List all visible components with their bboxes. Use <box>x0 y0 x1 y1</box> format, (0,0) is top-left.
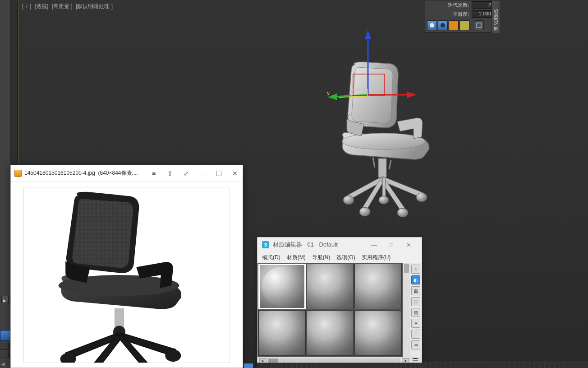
nurms-icon-2[interactable] <box>438 20 448 30</box>
swatch-orange[interactable] <box>449 20 459 30</box>
svg-rect-14 <box>353 74 385 96</box>
image-viewer-titlebar[interactable]: 1450418015016105200-4.jpg (640×844像素,...… <box>11 165 243 182</box>
left-arrow-icon[interactable]: ◀ <box>1 361 5 367</box>
material-slot-2[interactable] <box>307 264 354 309</box>
svg-rect-15 <box>351 89 368 97</box>
material-editor-menu: 模式(D) 材质(M) 导航(N) 选项(O) 实用程序(U) <box>257 252 422 263</box>
svg-marker-12 <box>328 93 337 100</box>
home-icon[interactable]: ⇧ <box>166 169 174 177</box>
side-icon-0[interactable]: ○ <box>411 265 420 274</box>
menu-utilities[interactable]: 实用程序(U) <box>362 254 391 261</box>
menu-options[interactable]: 选项(O) <box>336 254 355 261</box>
viewport-labels: [ + ] [透视] [高质量 ] [默认明暗处理 ] <box>22 3 115 10</box>
svg-point-18 <box>441 23 445 28</box>
nurms-icon-1[interactable] <box>427 20 437 30</box>
material-slot-4[interactable] <box>258 310 306 356</box>
material-editor-window: 3 材质编辑器 - 01 - Default — □ ✕ 模式(D) 材质(M)… <box>257 237 422 368</box>
timeline[interactable] <box>257 363 588 368</box>
app-icon <box>14 170 22 177</box>
side-icon-2[interactable]: ▦ <box>411 286 420 295</box>
smoothness-input[interactable]: 1.000 <box>472 10 493 18</box>
menu-material[interactable]: 材质(M) <box>287 254 306 261</box>
transform-gizmo[interactable]: y <box>325 27 424 108</box>
svg-point-4 <box>359 207 370 216</box>
side-icon-1[interactable]: ◐ <box>411 275 420 284</box>
material-editor-titlebar[interactable]: 3 材质编辑器 - 01 - Default — □ ✕ <box>257 238 422 252</box>
svg-line-16 <box>339 97 351 98</box>
material-editor-title: 材质编辑器 - 01 - Default <box>273 241 366 249</box>
svg-point-26 <box>165 349 181 362</box>
expand-icon[interactable]: ⊞ <box>493 26 498 32</box>
svg-rect-19 <box>477 23 481 28</box>
svg-point-2 <box>343 196 354 205</box>
side-icon-6[interactable]: ⋮ <box>411 330 420 339</box>
play-button[interactable] <box>1 296 9 303</box>
svg-rect-1 <box>378 158 386 177</box>
svg-point-3 <box>416 193 427 202</box>
viewport-shading[interactable]: [默认明暗处理 ] <box>76 3 113 9</box>
nurms-side: NURMS ⊞ <box>492 0 500 33</box>
material-slot-1[interactable] <box>258 264 306 309</box>
svg-marker-8 <box>365 30 371 39</box>
svg-line-11 <box>333 95 368 97</box>
menu-navigate[interactable]: 导航(N) <box>312 254 331 261</box>
side-icon-3[interactable]: □ <box>411 297 420 306</box>
app-badge: 3 <box>262 241 269 248</box>
svg-point-0 <box>342 133 425 149</box>
material-side-toolbar: ○ ◐ ▦ □ ▤ ✦ ⋮ ≔ <box>410 263 422 357</box>
menu-icon[interactable]: ≡ <box>150 169 158 177</box>
svg-text:y: y <box>327 90 330 96</box>
viewport-view-mode[interactable]: [透视] <box>35 3 49 9</box>
menu-mode[interactable]: 模式(D) <box>262 254 280 261</box>
material-slot-6[interactable] <box>354 310 402 356</box>
material-slots <box>257 263 403 357</box>
svg-point-5 <box>397 208 408 217</box>
side-icon-7[interactable]: ≔ <box>411 340 420 349</box>
iterations-label: 迭代次数: <box>427 2 472 9</box>
smoothness-label: 平滑度: <box>427 11 472 18</box>
minimize-button[interactable]: — <box>198 169 207 177</box>
image-viewer-window: 1450418015016105200-4.jpg (640×844像素,...… <box>10 165 243 368</box>
svg-point-6 <box>379 196 389 204</box>
iterations-input[interactable]: 2 <box>472 1 493 9</box>
expand-icon[interactable]: ⤢ <box>182 169 190 177</box>
svg-point-17 <box>430 23 434 28</box>
viewport-quality[interactable]: [高质量 ] <box>52 3 73 9</box>
maximize-button[interactable] <box>215 169 223 177</box>
chair-model <box>330 61 438 219</box>
image-canvas <box>23 187 230 363</box>
material-slot-3[interactable] <box>354 264 402 309</box>
minimize-button[interactable]: — <box>366 238 383 251</box>
nurms-icon-settings[interactable] <box>474 20 484 30</box>
nurms-side-label: NURMS <box>494 6 499 29</box>
nurms-panel: 迭代次数: 2 ▲▼ 平滑度: 1.000 ▲▼ NURMS ⊞ <box>425 0 500 33</box>
material-slot-5[interactable] <box>307 310 354 356</box>
vertical-scrollbar[interactable] <box>403 263 410 357</box>
image-title: 1450418015016105200-4.jpg (640×844像素,... <box>24 169 150 177</box>
close-button[interactable]: ✕ <box>400 238 417 251</box>
side-icon-4[interactable]: ▤ <box>411 308 420 317</box>
viewport-toggle[interactable]: [ + ] <box>22 3 31 9</box>
close-button[interactable]: ✕ <box>231 169 239 177</box>
side-icon-5[interactable]: ✦ <box>411 319 420 328</box>
swatch-olive[interactable] <box>459 20 469 30</box>
svg-marker-10 <box>407 92 416 98</box>
maximize-button[interactable]: □ <box>383 238 400 251</box>
